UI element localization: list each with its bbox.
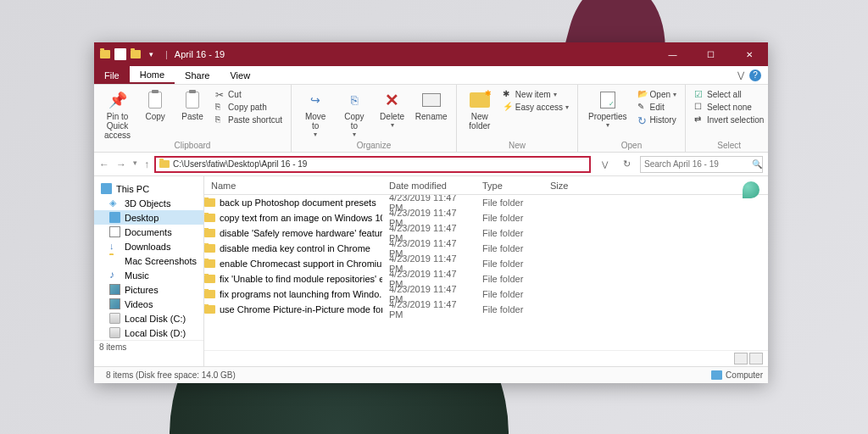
- cut-button[interactable]: ✂Cut: [214, 88, 284, 100]
- title-separator: |: [162, 49, 171, 59]
- file-type: File folder: [476, 243, 543, 253]
- move-to-button[interactable]: ↪ Move to: [298, 88, 332, 140]
- open-button[interactable]: 📂Open: [636, 88, 678, 100]
- help-icon[interactable]: ?: [749, 70, 761, 81]
- up-button[interactable]: ↑: [144, 159, 149, 170]
- pc-icon: [101, 183, 112, 194]
- search-input[interactable]: [644, 159, 752, 169]
- file-row[interactable]: fix programs not launching from Windo...…: [204, 287, 768, 302]
- copy-path-button[interactable]: ⎘Copy path: [214, 101, 284, 113]
- copy-to-button[interactable]: ⎘ Copy to: [337, 88, 370, 140]
- file-row[interactable]: fix 'Unable to find module repositories'…: [204, 271, 768, 287]
- delete-icon: ✕: [382, 90, 403, 110]
- sidebar-item-desktop[interactable]: Desktop: [94, 210, 203, 225]
- file-row[interactable]: disable media key control in Chrome4/23/…: [204, 241, 768, 256]
- sidebar-item-label: Pictures: [125, 285, 159, 295]
- rename-button[interactable]: Rename: [414, 88, 449, 123]
- select-none-button[interactable]: ☐Select none: [693, 101, 765, 113]
- titlebar[interactable]: ▾ | April 16 - 19 — ☐ ✕: [94, 42, 768, 66]
- column-size[interactable]: Size: [543, 181, 594, 191]
- recent-dropdown[interactable]: ▾: [133, 159, 137, 170]
- tab-view[interactable]: View: [220, 66, 260, 84]
- select-none-icon: ☐: [694, 102, 704, 112]
- sidebar-item-mac-screenshots[interactable]: Mac Screenshots: [94, 253, 203, 268]
- history-icon: ↻: [637, 114, 648, 125]
- history-button[interactable]: ↻History: [636, 114, 678, 125]
- edit-icon: ✎: [637, 102, 648, 112]
- scissors-icon: ✂: [215, 89, 225, 99]
- file-row[interactable]: back up Photoshop document presets4/23/2…: [204, 195, 768, 210]
- column-date[interactable]: Date modified: [382, 181, 476, 191]
- column-name[interactable]: Name: [204, 181, 382, 191]
- shortcut-icon: ⎘: [215, 114, 225, 125]
- folder-icon: [204, 244, 215, 253]
- sidebar-item-label: Local Disk (C:): [125, 314, 186, 324]
- window-title: April 16 - 19: [171, 49, 654, 59]
- sidebar-item-documents[interactable]: Documents: [94, 225, 203, 239]
- move-icon: ↪: [305, 90, 326, 110]
- sidebar-item-music[interactable]: ♪Music: [94, 268, 203, 282]
- tab-share[interactable]: Share: [175, 66, 220, 84]
- new-item-button[interactable]: ✱New item: [501, 88, 570, 100]
- easy-access-button[interactable]: ⚡Easy access: [501, 101, 570, 113]
- close-button[interactable]: ✕: [730, 42, 768, 66]
- column-type[interactable]: Type: [476, 181, 543, 191]
- nav-dropdown-icon[interactable]: ⋁: [596, 160, 613, 169]
- file-type: File folder: [476, 289, 543, 299]
- invert-icon: ⇄: [694, 114, 704, 125]
- invert-selection-button[interactable]: ⇄Invert selection: [693, 114, 765, 125]
- folder-icon: [204, 198, 215, 207]
- music-icon: ♪: [109, 270, 120, 281]
- pin-to-quick-access-button[interactable]: 📌 Pin to Quick access: [101, 88, 134, 142]
- sidebar-item-this-pc[interactable]: This PC: [94, 181, 203, 196]
- select-all-icon: ☑: [694, 89, 704, 99]
- paste-shortcut-button[interactable]: ⎘Paste shortcut: [214, 114, 284, 125]
- file-row[interactable]: disable 'Safely remove hardware' feature…: [204, 225, 768, 241]
- shell-icon: [743, 181, 760, 198]
- search-icon[interactable]: 🔍: [752, 159, 762, 169]
- maximize-button[interactable]: ☐: [692, 42, 730, 66]
- minimize-button[interactable]: —: [654, 42, 692, 66]
- file-row[interactable]: enable Chromecast support in Chromiu...4…: [204, 256, 768, 271]
- view-details-icon[interactable]: [734, 353, 748, 364]
- edit-button[interactable]: ✎Edit: [636, 101, 678, 113]
- sidebar-item-pictures[interactable]: Pictures: [94, 282, 203, 297]
- file-name: fix 'Unable to find module repositories'…: [220, 274, 382, 284]
- view-large-icon[interactable]: [749, 353, 763, 364]
- address-bar[interactable]: C:\Users\fatiw\Desktop\April 16 - 19: [154, 156, 591, 173]
- delete-button[interactable]: ✕ Delete: [376, 88, 409, 131]
- sidebar-item-videos[interactable]: Videos: [94, 297, 203, 311]
- tab-home[interactable]: Home: [130, 66, 175, 84]
- sidebar-item-3d-objects[interactable]: ◈3D Objects: [94, 196, 203, 210]
- forward-button[interactable]: →: [116, 159, 126, 170]
- copy-button[interactable]: Copy: [139, 88, 171, 123]
- open-group-label: Open: [578, 141, 685, 150]
- properties-button[interactable]: Properties: [585, 88, 631, 131]
- ribbon-collapse-icon[interactable]: ⋁: [737, 70, 744, 80]
- qat-dropdown-icon[interactable]: ▾: [145, 48, 157, 60]
- file-row[interactable]: copy text from an image on Windows 104/2…: [204, 210, 768, 225]
- search-box[interactable]: 🔍: [640, 156, 763, 173]
- new-folder-button[interactable]: New folder: [464, 88, 496, 132]
- disk-icon: [109, 313, 120, 324]
- select-all-button[interactable]: ☑Select all: [693, 88, 765, 100]
- refresh-button[interactable]: ↻: [618, 159, 635, 170]
- sidebar-item-downloads[interactable]: ↓Downloads: [94, 239, 203, 253]
- desktop-icon: [109, 212, 120, 223]
- pictures-icon: [109, 298, 120, 309]
- tab-file[interactable]: File: [94, 66, 130, 84]
- disk-icon: [109, 327, 120, 338]
- qat-icon-2[interactable]: [130, 48, 142, 60]
- file-type: File folder: [476, 213, 543, 223]
- file-row[interactable]: use Chrome Picture-in-Picture mode for .…: [204, 302, 768, 317]
- qat-icon[interactable]: [114, 48, 126, 60]
- sidebar-item-local-disk-c-[interactable]: Local Disk (C:): [94, 311, 203, 326]
- content-area: This PC ◈3D ObjectsDesktopDocuments↓Down…: [94, 176, 768, 366]
- sidebar-item-label: 3D Objects: [125, 198, 170, 209]
- sidebar-item-label: Videos: [125, 299, 153, 309]
- sidebar-item-local-disk-d-[interactable]: Local Disk (D:): [94, 326, 203, 340]
- folder-icon: [204, 305, 215, 314]
- file-name: use Chrome Picture-in-Picture mode for .…: [220, 304, 382, 314]
- paste-button[interactable]: Paste: [176, 88, 209, 123]
- back-button[interactable]: ←: [99, 159, 109, 170]
